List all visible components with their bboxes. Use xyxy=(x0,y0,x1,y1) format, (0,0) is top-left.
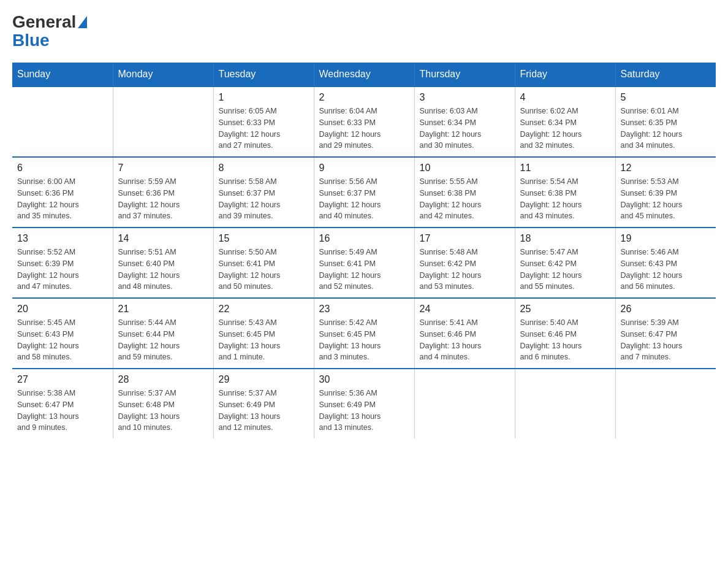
calendar-cell xyxy=(414,369,515,439)
day-info: Sunrise: 6:04 AM Sunset: 6:33 PM Dayligh… xyxy=(319,105,409,151)
day-number: 6 xyxy=(17,163,108,174)
day-number: 12 xyxy=(621,163,711,174)
calendar-cell: 18Sunrise: 5:47 AM Sunset: 6:42 PM Dayli… xyxy=(515,228,615,298)
day-header-wednesday: Wednesday xyxy=(314,63,414,86)
calendar-cell: 25Sunrise: 5:40 AM Sunset: 6:46 PM Dayli… xyxy=(515,298,615,369)
day-info: Sunrise: 5:47 AM Sunset: 6:42 PM Dayligh… xyxy=(520,247,610,293)
day-info: Sunrise: 5:40 AM Sunset: 6:46 PM Dayligh… xyxy=(520,317,610,363)
day-number: 30 xyxy=(319,374,409,385)
logo-general: General xyxy=(12,12,76,32)
day-number: 4 xyxy=(520,92,610,103)
day-number: 25 xyxy=(520,304,610,315)
logo-blue: Blue xyxy=(12,31,50,50)
page-header: GeneralBlue General xyxy=(12,12,716,50)
day-number: 5 xyxy=(621,92,711,103)
day-number: 11 xyxy=(520,163,610,174)
day-number: 8 xyxy=(219,163,309,174)
day-number: 29 xyxy=(219,374,309,385)
calendar-cell: 29Sunrise: 5:37 AM Sunset: 6:49 PM Dayli… xyxy=(213,369,314,439)
day-number: 24 xyxy=(420,304,510,315)
day-info: Sunrise: 5:55 AM Sunset: 6:38 PM Dayligh… xyxy=(420,176,510,222)
calendar-cell: 21Sunrise: 5:44 AM Sunset: 6:44 PM Dayli… xyxy=(113,298,213,369)
calendar-cell xyxy=(615,369,716,439)
calendar-cell: 12Sunrise: 5:53 AM Sunset: 6:39 PM Dayli… xyxy=(615,157,716,228)
logo: GeneralBlue xyxy=(12,12,87,50)
calendar-cell: 7Sunrise: 5:59 AM Sunset: 6:36 PM Daylig… xyxy=(113,157,213,228)
calendar-cell xyxy=(12,86,113,157)
day-number: 15 xyxy=(219,233,309,244)
day-info: Sunrise: 6:00 AM Sunset: 6:36 PM Dayligh… xyxy=(17,176,108,222)
calendar-cell: 28Sunrise: 5:37 AM Sunset: 6:48 PM Dayli… xyxy=(113,369,213,439)
day-number: 2 xyxy=(319,92,409,103)
day-info: Sunrise: 5:56 AM Sunset: 6:37 PM Dayligh… xyxy=(319,176,409,222)
calendar-cell: 17Sunrise: 5:48 AM Sunset: 6:42 PM Dayli… xyxy=(414,228,515,298)
calendar-cell: 1Sunrise: 6:05 AM Sunset: 6:33 PM Daylig… xyxy=(213,86,314,157)
day-number: 3 xyxy=(420,92,510,103)
day-number: 18 xyxy=(520,233,610,244)
calendar-cell: 13Sunrise: 5:52 AM Sunset: 6:39 PM Dayli… xyxy=(12,228,113,298)
day-info: Sunrise: 5:36 AM Sunset: 6:49 PM Dayligh… xyxy=(319,388,409,434)
day-header-friday: Friday xyxy=(515,63,615,86)
day-info: Sunrise: 5:54 AM Sunset: 6:38 PM Dayligh… xyxy=(520,176,610,222)
calendar-cell: 16Sunrise: 5:49 AM Sunset: 6:41 PM Dayli… xyxy=(314,228,414,298)
calendar-table: SundayMondayTuesdayWednesdayThursdayFrid… xyxy=(12,63,716,439)
day-number: 17 xyxy=(420,233,510,244)
calendar-cell: 23Sunrise: 5:42 AM Sunset: 6:45 PM Dayli… xyxy=(314,298,414,369)
day-number: 9 xyxy=(319,163,409,174)
day-info: Sunrise: 5:37 AM Sunset: 6:48 PM Dayligh… xyxy=(118,388,208,434)
calendar-cell: 20Sunrise: 5:45 AM Sunset: 6:43 PM Dayli… xyxy=(12,298,113,369)
day-info: Sunrise: 5:46 AM Sunset: 6:43 PM Dayligh… xyxy=(621,247,711,293)
day-info: Sunrise: 5:53 AM Sunset: 6:39 PM Dayligh… xyxy=(621,176,711,222)
day-header-thursday: Thursday xyxy=(414,63,515,86)
day-info: Sunrise: 6:05 AM Sunset: 6:33 PM Dayligh… xyxy=(219,105,309,151)
day-info: Sunrise: 5:51 AM Sunset: 6:40 PM Dayligh… xyxy=(118,247,208,293)
day-info: Sunrise: 6:03 AM Sunset: 6:34 PM Dayligh… xyxy=(420,105,510,151)
calendar-cell xyxy=(515,369,615,439)
calendar-cell: 14Sunrise: 5:51 AM Sunset: 6:40 PM Dayli… xyxy=(113,228,213,298)
calendar-cell: 24Sunrise: 5:41 AM Sunset: 6:46 PM Dayli… xyxy=(414,298,515,369)
day-info: Sunrise: 6:02 AM Sunset: 6:34 PM Dayligh… xyxy=(520,105,610,151)
day-number: 26 xyxy=(621,304,711,315)
day-number: 20 xyxy=(17,304,108,315)
calendar-cell: 4Sunrise: 6:02 AM Sunset: 6:34 PM Daylig… xyxy=(515,86,615,157)
day-number: 23 xyxy=(319,304,409,315)
calendar-cell: 10Sunrise: 5:55 AM Sunset: 6:38 PM Dayli… xyxy=(414,157,515,228)
calendar-cell: 27Sunrise: 5:38 AM Sunset: 6:47 PM Dayli… xyxy=(12,369,113,439)
calendar-cell: 3Sunrise: 6:03 AM Sunset: 6:34 PM Daylig… xyxy=(414,86,515,157)
day-number: 13 xyxy=(17,233,108,244)
day-info: Sunrise: 6:01 AM Sunset: 6:35 PM Dayligh… xyxy=(621,105,711,151)
day-info: Sunrise: 5:45 AM Sunset: 6:43 PM Dayligh… xyxy=(17,317,108,363)
svg-marker-0 xyxy=(78,16,87,28)
day-info: Sunrise: 5:48 AM Sunset: 6:42 PM Dayligh… xyxy=(420,247,510,293)
calendar-cell: 2Sunrise: 6:04 AM Sunset: 6:33 PM Daylig… xyxy=(314,86,414,157)
calendar-cell: 5Sunrise: 6:01 AM Sunset: 6:35 PM Daylig… xyxy=(615,86,716,157)
day-header-tuesday: Tuesday xyxy=(213,63,314,86)
calendar-cell: 9Sunrise: 5:56 AM Sunset: 6:37 PM Daylig… xyxy=(314,157,414,228)
day-header-saturday: Saturday xyxy=(615,63,716,86)
calendar-header-row: SundayMondayTuesdayWednesdayThursdayFrid… xyxy=(12,63,716,86)
day-info: Sunrise: 5:50 AM Sunset: 6:41 PM Dayligh… xyxy=(219,247,309,293)
day-number: 22 xyxy=(219,304,309,315)
calendar-week-row: 6Sunrise: 6:00 AM Sunset: 6:36 PM Daylig… xyxy=(12,157,716,228)
day-info: Sunrise: 5:49 AM Sunset: 6:41 PM Dayligh… xyxy=(319,247,409,293)
calendar-cell: 22Sunrise: 5:43 AM Sunset: 6:45 PM Dayli… xyxy=(213,298,314,369)
day-info: Sunrise: 5:59 AM Sunset: 6:36 PM Dayligh… xyxy=(118,176,208,222)
day-number: 19 xyxy=(621,233,711,244)
calendar-week-row: 27Sunrise: 5:38 AM Sunset: 6:47 PM Dayli… xyxy=(12,369,716,439)
calendar-week-row: 1Sunrise: 6:05 AM Sunset: 6:33 PM Daylig… xyxy=(12,86,716,157)
day-header-sunday: Sunday xyxy=(12,63,113,86)
day-info: Sunrise: 5:58 AM Sunset: 6:37 PM Dayligh… xyxy=(219,176,309,222)
day-number: 7 xyxy=(118,163,208,174)
calendar-cell: 26Sunrise: 5:39 AM Sunset: 6:47 PM Dayli… xyxy=(615,298,716,369)
calendar-cell: 11Sunrise: 5:54 AM Sunset: 6:38 PM Dayli… xyxy=(515,157,615,228)
day-number: 14 xyxy=(118,233,208,244)
day-info: Sunrise: 5:41 AM Sunset: 6:46 PM Dayligh… xyxy=(420,317,510,363)
day-number: 28 xyxy=(118,374,208,385)
calendar-cell: 19Sunrise: 5:46 AM Sunset: 6:43 PM Dayli… xyxy=(615,228,716,298)
calendar-cell: 6Sunrise: 6:00 AM Sunset: 6:36 PM Daylig… xyxy=(12,157,113,228)
day-number: 27 xyxy=(17,374,108,385)
day-info: Sunrise: 5:42 AM Sunset: 6:45 PM Dayligh… xyxy=(319,317,409,363)
day-number: 16 xyxy=(319,233,409,244)
day-info: Sunrise: 5:52 AM Sunset: 6:39 PM Dayligh… xyxy=(17,247,108,293)
calendar-cell xyxy=(113,86,213,157)
